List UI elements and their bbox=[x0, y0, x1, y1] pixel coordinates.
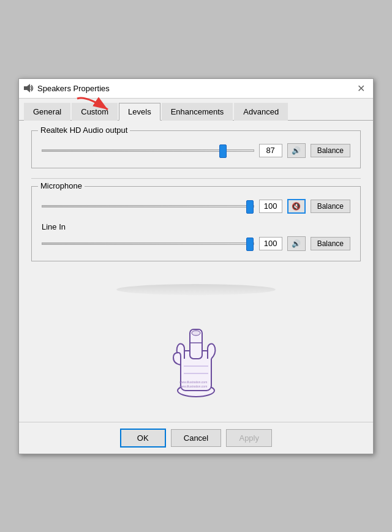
ok-button[interactable]: OK bbox=[120, 429, 166, 448]
linein-subsection: Line In 100 🔊 Balance bbox=[42, 222, 350, 251]
title-bar: Speakers Properties ✕ bbox=[19, 79, 373, 99]
scroll-shadow bbox=[116, 284, 276, 295]
microphone-balance-button[interactable]: Balance bbox=[311, 200, 350, 213]
linein-mute-icon: 🔊 bbox=[292, 239, 301, 248]
microphone-label: Microphone bbox=[38, 181, 85, 190]
realtek-label: Realtek HD Audio output bbox=[38, 126, 130, 135]
speaker-icon bbox=[24, 83, 34, 93]
title-bar-left: Speakers Properties bbox=[24, 83, 110, 93]
inputs-section: Microphone 100 🔇 Balance Line In bbox=[31, 186, 361, 261]
linein-label: Line In bbox=[42, 222, 350, 231]
content-area: Realtek HD Audio output 87 🔊 Balance Mic… bbox=[19, 121, 373, 422]
cursor-area: www.illustration.com www.illustration.co… bbox=[31, 308, 361, 412]
realtek-value: 87 bbox=[259, 144, 282, 157]
tab-enhancements[interactable]: Enhancements bbox=[162, 103, 233, 121]
svg-rect-0 bbox=[24, 86, 27, 90]
realtek-slider[interactable] bbox=[42, 149, 254, 152]
linein-balance-button[interactable]: Balance bbox=[311, 237, 350, 250]
tab-advanced[interactable]: Advanced bbox=[234, 103, 288, 121]
microphone-slider-container bbox=[42, 200, 254, 213]
scroll-area bbox=[31, 271, 361, 308]
tab-custom[interactable]: Custom bbox=[72, 103, 118, 121]
microphone-slider-row: 100 🔇 Balance bbox=[42, 199, 350, 214]
microphone-slider[interactable] bbox=[42, 205, 254, 208]
svg-point-7 bbox=[192, 331, 200, 335]
microphone-mute-button[interactable]: 🔇 bbox=[287, 199, 306, 214]
tab-levels[interactable]: Levels bbox=[119, 103, 160, 121]
linein-slider-row: 100 🔊 Balance bbox=[42, 236, 350, 251]
bottom-bar: OK Cancel Apply bbox=[19, 422, 373, 454]
realtek-section: Realtek HD Audio output 87 🔊 Balance bbox=[31, 130, 361, 168]
microphone-mute-icon: 🔇 bbox=[292, 202, 301, 211]
linein-slider[interactable] bbox=[42, 242, 254, 245]
linein-value: 100 bbox=[259, 237, 282, 250]
linein-slider-container bbox=[42, 237, 254, 250]
window-title: Speakers Properties bbox=[37, 84, 110, 93]
realtek-balance-button[interactable]: Balance bbox=[311, 144, 350, 157]
svg-text:www.illustration.com: www.illustration.com bbox=[179, 384, 207, 388]
realtek-slider-row: 87 🔊 Balance bbox=[42, 143, 350, 158]
linein-mute-button[interactable]: 🔊 bbox=[287, 236, 306, 251]
apply-button[interactable]: Apply bbox=[226, 429, 272, 447]
hand-cursor-icon: www.illustration.com www.illustration.co… bbox=[162, 317, 230, 403]
svg-text:www.illustration.com: www.illustration.com bbox=[179, 380, 207, 384]
tabs-bar: General Custom Levels Enhancements Advan… bbox=[19, 99, 373, 121]
cancel-button[interactable]: Cancel bbox=[171, 429, 221, 447]
realtek-mute-icon: 🔊 bbox=[292, 146, 301, 155]
microphone-value: 100 bbox=[259, 200, 282, 213]
microphone-subsection: Microphone 100 🔇 Balance bbox=[42, 199, 350, 214]
tab-general[interactable]: General bbox=[24, 103, 70, 121]
realtek-mute-button[interactable]: 🔊 bbox=[287, 143, 306, 158]
speakers-properties-window: Speakers Properties ✕ General Custom Lev… bbox=[18, 78, 374, 454]
realtek-slider-container bbox=[42, 144, 254, 157]
close-button[interactable]: ✕ bbox=[353, 81, 368, 96]
svg-marker-1 bbox=[27, 84, 30, 92]
separator-1 bbox=[31, 178, 361, 179]
